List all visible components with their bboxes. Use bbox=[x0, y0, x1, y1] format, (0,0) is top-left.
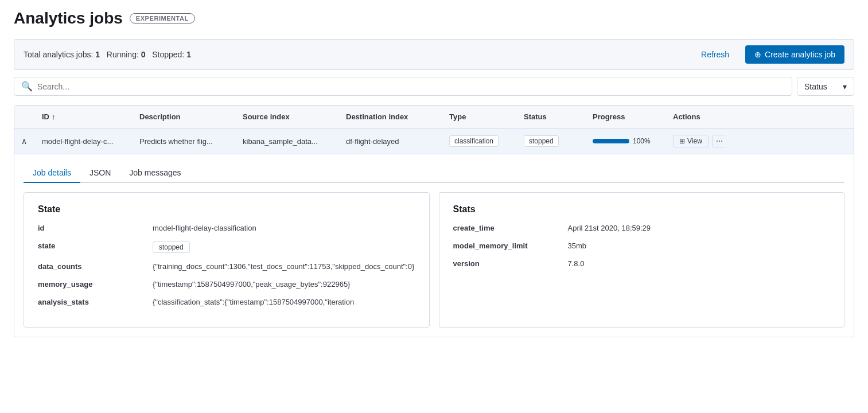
state-row-memory-usage: memory_usage {"timestamp":1587504997000,… bbox=[38, 280, 415, 289]
stats-value-version: 7.8.0 bbox=[568, 259, 831, 268]
chevron-down-icon: ▾ bbox=[843, 82, 847, 91]
tab-job-details[interactable]: Job details bbox=[24, 163, 80, 183]
table-header: ID ↑ Description Source index Destinatio… bbox=[14, 106, 854, 128]
state-value-data-counts: {"training_docs_count":1306,"test_docs_c… bbox=[153, 262, 415, 271]
total-label: Total analytics jobs: bbox=[24, 50, 93, 59]
stats-card: Stats create_time April 21st 2020, 18:59… bbox=[439, 192, 845, 328]
tab-job-messages[interactable]: Job messages bbox=[120, 163, 190, 183]
row-destination-index: df-flight-delayed bbox=[341, 131, 445, 151]
state-label-id: id bbox=[38, 224, 153, 232]
state-label-data-counts: data_counts bbox=[38, 262, 153, 271]
row-expand-button[interactable]: ∧ bbox=[19, 134, 29, 148]
th-id[interactable]: ID ↑ bbox=[37, 110, 135, 123]
state-row-state: state stopped bbox=[38, 241, 415, 253]
view-button[interactable]: ⊞ View bbox=[673, 135, 709, 147]
sort-asc-icon: ↑ bbox=[52, 112, 56, 121]
th-progress: Progress bbox=[588, 110, 668, 123]
view-label: View bbox=[687, 137, 702, 145]
toolbar-stats: Total analytics jobs: 1 Running: 0 Stopp… bbox=[24, 50, 191, 59]
state-value-state: stopped bbox=[153, 241, 415, 253]
jobs-table: ID ↑ Description Source index Destinatio… bbox=[14, 105, 854, 337]
experimental-badge: EXPERIMENTAL bbox=[130, 13, 195, 24]
state-label-state: state bbox=[38, 241, 153, 250]
refresh-button[interactable]: Refresh bbox=[694, 46, 736, 63]
row-actions: ⊞ View ⋯ bbox=[668, 129, 726, 153]
page-title: Analytics jobs bbox=[14, 9, 123, 28]
search-input[interactable] bbox=[37, 82, 785, 91]
status-dropdown-label: Status bbox=[804, 82, 827, 91]
th-id-label: ID bbox=[42, 112, 49, 121]
stats-value-create-time: April 21st 2020, 18:59:29 bbox=[568, 224, 831, 232]
progress-bar-track bbox=[593, 139, 629, 143]
stopped-label: Stopped: bbox=[152, 50, 184, 59]
state-row-id: id model-flight-delay-classification bbox=[38, 224, 415, 232]
state-card-title: State bbox=[38, 204, 415, 215]
progress-bar-fill bbox=[593, 139, 629, 143]
row-source-index: kibana_sample_data... bbox=[238, 131, 341, 151]
state-label-analysis-stats: analysis_stats bbox=[38, 298, 153, 306]
progress-bar-container: 100% bbox=[593, 137, 664, 145]
row-description: Predicts whether flig... bbox=[135, 131, 238, 151]
row-type: classification bbox=[445, 130, 519, 153]
toolbar: Total analytics jobs: 1 Running: 0 Stopp… bbox=[14, 39, 854, 70]
type-badge: classification bbox=[449, 135, 499, 147]
running-label: Running: bbox=[107, 50, 139, 59]
create-analytics-job-button[interactable]: ⊕ Create analytics job bbox=[745, 45, 844, 64]
th-type: Type bbox=[445, 110, 519, 123]
th-description: Description bbox=[135, 110, 238, 123]
th-status: Status bbox=[519, 110, 588, 123]
stats-row-create-time: create_time April 21st 2020, 18:59:29 bbox=[453, 224, 831, 232]
details-tabs: Job details JSON Job messages bbox=[24, 163, 844, 183]
th-source-index: Source index bbox=[238, 110, 341, 123]
stats-card-title: Stats bbox=[453, 204, 831, 215]
stats-label-memory-limit: model_memory_limit bbox=[453, 241, 568, 250]
stopped-count: 1 bbox=[186, 50, 191, 59]
more-actions-button[interactable]: ⋯ bbox=[712, 135, 726, 147]
status-dropdown[interactable]: Status ▾ bbox=[797, 77, 854, 96]
plus-icon: ⊕ bbox=[754, 50, 761, 59]
toolbar-actions: Refresh ⊕ Create analytics job bbox=[694, 45, 844, 64]
state-row-data-counts: data_counts {"training_docs_count":1306,… bbox=[38, 262, 415, 271]
page-header: Analytics jobs EXPERIMENTAL bbox=[14, 9, 854, 28]
stats-label-create-time: create_time bbox=[453, 224, 568, 232]
progress-percent: 100% bbox=[633, 137, 651, 145]
stats-row-memory-limit: model_memory_limit 35mb bbox=[453, 241, 831, 250]
row-expand-cell: ∧ bbox=[14, 128, 37, 154]
row-id: model-flight-delay-c... bbox=[37, 131, 135, 151]
tab-json[interactable]: JSON bbox=[80, 163, 120, 183]
state-value-analysis-stats: {"classification_stats":{"timestamp":158… bbox=[153, 298, 415, 306]
row-status: stopped bbox=[519, 130, 588, 153]
running-count: 0 bbox=[141, 50, 146, 59]
state-label-memory-usage: memory_usage bbox=[38, 280, 153, 289]
state-value-id: model-flight-delay-classification bbox=[153, 224, 415, 232]
state-badge: stopped bbox=[153, 241, 190, 253]
th-expand bbox=[14, 110, 37, 123]
stats-label-version: version bbox=[453, 259, 568, 268]
status-badge: stopped bbox=[524, 135, 559, 147]
th-destination-index: Destination index bbox=[341, 110, 445, 123]
th-actions: Actions bbox=[668, 110, 726, 123]
row-progress: 100% bbox=[588, 131, 668, 151]
create-button-label: Create analytics job bbox=[765, 50, 835, 59]
details-cards: State id model-flight-delay-classificati… bbox=[24, 192, 844, 328]
state-row-analysis-stats: analysis_stats {"classification_stats":{… bbox=[38, 298, 415, 306]
total-count: 1 bbox=[95, 50, 100, 59]
stats-row-version: version 7.8.0 bbox=[453, 259, 831, 268]
search-row: 🔍 Status ▾ bbox=[14, 77, 854, 96]
details-section: Job details JSON Job messages State id m… bbox=[14, 154, 854, 337]
search-icon: 🔍 bbox=[21, 81, 33, 92]
table-row: ∧ model-flight-delay-c... Predicts wheth… bbox=[14, 128, 854, 154]
stats-value-memory-limit: 35mb bbox=[568, 241, 831, 250]
state-value-memory-usage: {"timestamp":1587504997000,"peak_usage_b… bbox=[153, 280, 415, 289]
view-icon: ⊞ bbox=[679, 137, 685, 145]
state-card: State id model-flight-delay-classificati… bbox=[24, 192, 430, 328]
search-box: 🔍 bbox=[14, 77, 792, 96]
